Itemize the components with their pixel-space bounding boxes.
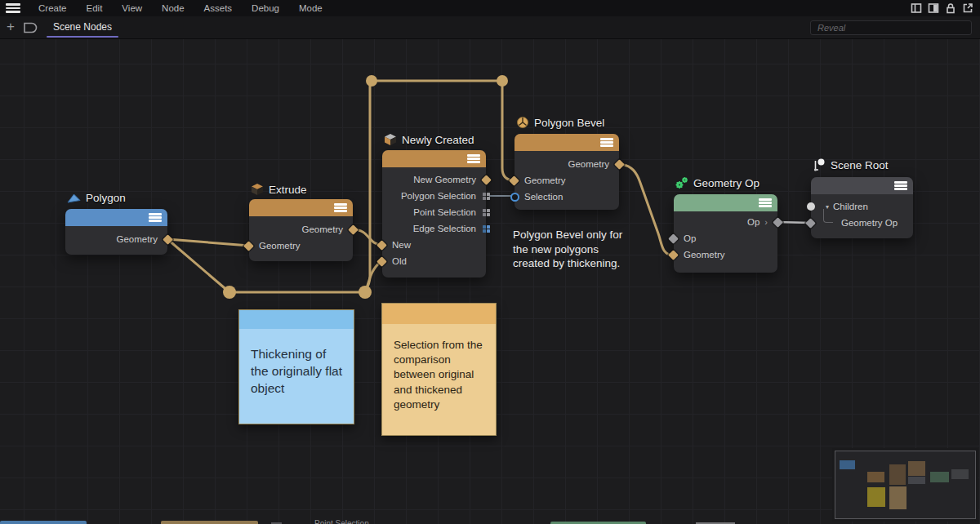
node-polygon-header[interactable] [65, 209, 167, 226]
menu-item-assets[interactable]: Assets [194, 3, 243, 13]
node-newly-created[interactable]: New Geometry Polygon Selection Point Sel… [382, 150, 486, 278]
menu-item-view[interactable]: View [112, 3, 152, 13]
node-graph-canvas[interactable] [0, 38, 980, 524]
menu-item-debug[interactable]: Debug [242, 3, 289, 13]
port-row: Op [674, 230, 777, 246]
node-menu-icon[interactable] [894, 181, 907, 190]
minimap-node-scene-root [951, 469, 969, 479]
wire-junction-dot[interactable] [497, 75, 508, 87]
scene-nodes-window: Create Edit View Node Assets Debug Mode … [0, 0, 980, 524]
split-panel-right-icon[interactable] [928, 2, 939, 14]
bevel-icon [516, 116, 529, 129]
port-row: New [382, 237, 486, 253]
node-polygon-title[interactable]: Polygon [67, 192, 126, 204]
port-label-geometry-op: Geometry Op [841, 218, 898, 228]
cube-icon [251, 183, 264, 196]
node-polygon-bevel[interactable]: Geometry Geometry Selection [514, 134, 619, 210]
port-row: Edge Selection [382, 220, 486, 237]
minimap-note-1 [867, 487, 885, 507]
port-edge-selection-output[interactable] [483, 225, 490, 233]
minimap-node-geometry-op [930, 472, 949, 482]
port-row: Selection [514, 189, 619, 205]
node-polygon-bevel-header[interactable] [514, 134, 619, 151]
port-label-selection-in: Selection [524, 192, 563, 202]
menu-item-create[interactable]: Create [29, 3, 77, 13]
node-scene-root-title[interactable]: Scene Root [813, 158, 889, 172]
port-label-geometry-in: Geometry [524, 175, 566, 185]
node-polygon-bevel-title[interactable]: Polygon Bevel [516, 116, 604, 129]
gears-icon [675, 176, 688, 189]
navigator-minimap[interactable] [835, 451, 976, 519]
node-newly-created-title[interactable]: Newly Created [384, 133, 474, 146]
node-polygon[interactable]: Geometry [65, 209, 167, 255]
hamburger-menu-icon[interactable] [6, 3, 20, 13]
port-row: Geometry [674, 246, 777, 263]
port-row: Geometry [514, 172, 619, 189]
port-label-new-in: New [392, 240, 411, 250]
port-row: Geometry Op [811, 215, 913, 231]
wire-junction-dot[interactable] [223, 286, 236, 299]
port-children-input[interactable] [807, 202, 815, 211]
port-label-edge-selection: Edge Selection [413, 224, 476, 233]
note-text: Thickening of the originally flat object [239, 329, 354, 397]
add-tab-icon[interactable]: + [7, 20, 15, 33]
port-polygon-selection-output[interactable] [483, 193, 490, 200]
node-menu-icon[interactable] [149, 213, 162, 222]
clipped-port-label: Point Selection [314, 519, 385, 524]
node-extrude[interactable]: Geometry Geometry [249, 199, 353, 261]
menu-item-mode[interactable]: Mode [289, 3, 332, 13]
chevron-right-icon: › [764, 217, 768, 227]
port-label-children: Children [833, 202, 868, 211]
lock-icon[interactable] [945, 2, 956, 14]
menu-item-edit[interactable]: Edit [77, 3, 113, 13]
node-extrude-header[interactable] [249, 199, 353, 216]
port-point-selection-output[interactable] [483, 209, 490, 216]
minimap-node-polygon-bevel [908, 461, 925, 476]
minimap-node-polygon-bevel-body [908, 477, 925, 484]
note-header[interactable] [382, 304, 496, 324]
port-row: Geometry [65, 231, 167, 247]
node-geometry-op[interactable]: Op › Op Geometry [674, 194, 777, 273]
note-blue[interactable]: Thickening of the originally flat object [238, 309, 354, 424]
note-orange[interactable]: Selection from the comparison between or… [381, 303, 497, 436]
node-menu-icon[interactable] [467, 154, 480, 163]
port-row: New Geometry [382, 171, 486, 188]
port-row: Geometry [249, 221, 353, 238]
clipped-node-header-tan [161, 521, 258, 524]
node-geometry-op-header[interactable] [674, 194, 777, 211]
port-label-new-geometry: New Geometry [413, 175, 476, 184]
menu-item-node[interactable]: Node [152, 3, 194, 13]
split-panel-left-icon[interactable] [911, 2, 922, 14]
port-label-point-selection: Point Selection [413, 207, 476, 217]
open-external-icon[interactable] [962, 2, 973, 14]
polygon-triangle-icon [67, 193, 81, 204]
node-menu-icon[interactable] [759, 198, 772, 207]
node-extrude-title[interactable]: Extrude [251, 183, 307, 196]
port-label-op-in: Op [684, 233, 696, 243]
port-row: Old [382, 253, 486, 269]
port-selection-input[interactable] [510, 193, 519, 202]
tab-scene-nodes[interactable]: Scene Nodes [48, 17, 117, 38]
port-label-op-out: Op [747, 217, 760, 227]
wire-junction-dot[interactable] [359, 286, 372, 299]
cube-icon [384, 133, 397, 146]
note-header[interactable] [239, 310, 354, 329]
node-newly-created-header[interactable] [382, 150, 486, 167]
port-label-geometry-in: Geometry [259, 241, 301, 251]
node-geometry-op-title[interactable]: Scene Root Geometry Op [675, 176, 760, 189]
tree-elbow-line [823, 209, 833, 223]
node-scene-root[interactable]: ▾ Children Geometry Op [811, 177, 913, 238]
reveal-search-input[interactable] [810, 20, 972, 35]
port-row: Point Selection [382, 204, 486, 220]
node-scene-root-header[interactable] [811, 177, 913, 194]
port-row: Geometry [514, 156, 619, 172]
port-row: Geometry [249, 238, 353, 254]
node-menu-icon[interactable] [334, 203, 347, 212]
minimap-note-2 [889, 486, 906, 509]
port-label-geometry-out: Geometry [568, 159, 610, 169]
node-menu-icon[interactable] [600, 138, 613, 147]
node-tag-icon[interactable] [22, 22, 38, 33]
note-text: Selection from the comparison between or… [382, 324, 496, 412]
clipped-node-header-blue [0, 521, 87, 524]
wire-junction-dot[interactable] [366, 75, 377, 87]
